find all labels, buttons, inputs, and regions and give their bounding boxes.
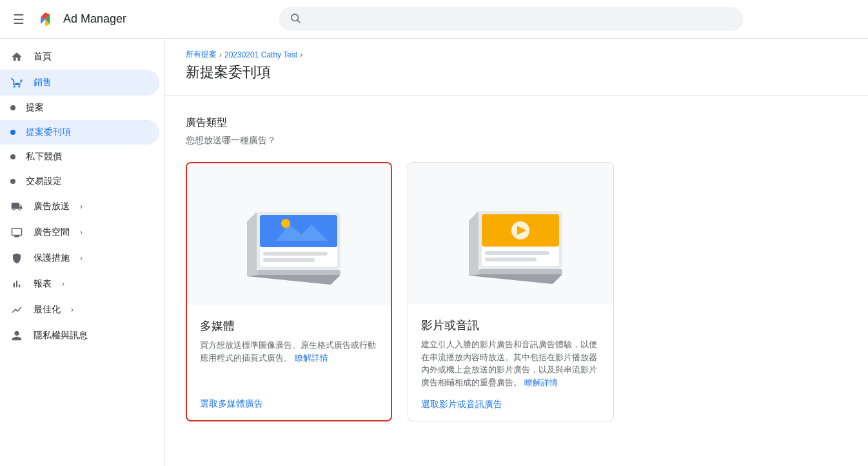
sidebar-ad-space-label: 廣告空間 <box>34 227 70 238</box>
section-title: 廣告類型 <box>186 116 847 130</box>
display-icon <box>10 226 23 239</box>
sidebar-item-deal-settings[interactable]: 交易設定 <box>0 169 159 194</box>
svg-rect-9 <box>257 270 340 275</box>
app-name-label: Ad Manager <box>63 12 126 26</box>
sidebar-optimize-label: 最佳化 <box>34 304 61 316</box>
multimedia-card-body: 多媒體 買方想放送標準圖像廣告、原生格式廣告或行動應用程式的插頁式廣告。 瞭解詳… <box>187 305 391 420</box>
sidebar-ad-delivery-label: 廣告放送 <box>34 201 70 212</box>
video-audio-card-desc: 建立引人入勝的影片廣告和音訊廣告體驗，以便在串流播放內容時放送。其中包括在影片播… <box>421 338 600 389</box>
sidebar-proposals-label: 提案 <box>26 102 44 114</box>
truck-icon <box>10 200 23 213</box>
logo-container: Ad Manager <box>35 8 126 31</box>
sidebar-proposal-items-label: 提案委刊項 <box>26 127 71 138</box>
menu-icon[interactable]: ☰ <box>10 9 27 30</box>
ad-type-cards: 多媒體 買方想放送標準圖像廣告、原生格式廣告或行動應用程式的插頁式廣告。 瞭解詳… <box>186 162 847 421</box>
breadcrumb-all-proposals[interactable]: 所有提案 <box>186 49 217 60</box>
video-audio-desc-text: 建立引人入勝的影片廣告和音訊廣告體驗，以便在串流播放內容時放送。其中包括在影片播… <box>421 339 597 387</box>
page-header: 所有提案 › 20230201 Cathy Test › 新提案委刊項 <box>165 39 868 96</box>
sidebar-reports-label: 報表 <box>34 278 52 290</box>
sidebar-item-proposals[interactable]: 提案 <box>0 96 159 120</box>
breadcrumb-sep1: › <box>219 50 222 59</box>
protection-arrow: › <box>80 254 83 263</box>
sidebar-item-reports[interactable]: 報表 › <box>0 271 159 297</box>
sidebar-sales-label: 銷售 <box>34 77 52 88</box>
multimedia-card-desc: 買方想放送標準圖像廣告、原生格式廣告或行動應用程式的插頁式廣告。 瞭解詳情 <box>200 339 378 388</box>
search-input[interactable] <box>306 14 733 25</box>
video-audio-card[interactable]: 影片或音訊 建立引人入勝的影片廣告和音訊廣告體驗，以便在串流播放內容時放送。其中… <box>408 162 614 421</box>
reports-arrow: › <box>62 279 64 289</box>
sidebar-item-proposal-items[interactable]: 提案委刊項 <box>0 120 159 145</box>
multimedia-card-image <box>187 163 391 305</box>
multimedia-card[interactable]: 多媒體 買方想放送標準圖像廣告、原生格式廣告或行動應用程式的插頁式廣告。 瞭解詳… <box>186 162 392 421</box>
shield-icon <box>10 252 23 265</box>
sidebar-item-sales[interactable]: 銷售 <box>0 70 159 96</box>
sidebar-item-privacy[interactable]: 隱私權與訊息 <box>0 323 159 349</box>
sidebar-home-label: 首頁 <box>34 51 52 63</box>
video-audio-learn-more[interactable]: 瞭解詳情 <box>524 378 558 387</box>
sidebar-protection-label: 保護措施 <box>34 252 70 264</box>
page-title: 新提案委刊項 <box>186 63 847 82</box>
video-audio-card-title: 影片或音訊 <box>421 318 600 333</box>
sidebar-privacy-label: 隱私權與訊息 <box>34 330 88 341</box>
deal-settings-dot <box>10 179 15 184</box>
breadcrumb: 所有提案 › 20230201 Cathy Test › <box>186 49 847 60</box>
sidebar-item-ad-space[interactable]: 廣告空間 › <box>0 219 159 245</box>
topbar-left: ☰ Ad Manager <box>10 8 165 31</box>
sidebar-item-optimize[interactable]: 最佳化 › <box>0 297 159 323</box>
svg-rect-7 <box>263 252 328 256</box>
sidebar-deal-settings-label: 交易設定 <box>26 176 62 187</box>
multimedia-cta[interactable]: 選取多媒體廣告 <box>200 398 378 410</box>
person-icon <box>10 329 23 342</box>
video-audio-cta[interactable]: 選取影片或音訊廣告 <box>421 399 600 410</box>
line-chart-icon <box>10 303 23 316</box>
sidebar-item-ad-delivery[interactable]: 廣告放送 › <box>0 194 159 219</box>
main-layout: 首頁 銷售 提案 提案委刊項 私下競價 交易設定 <box>0 39 868 466</box>
sidebar-item-home[interactable]: 首頁 <box>0 44 159 70</box>
proposals-dot <box>10 105 15 110</box>
sidebar-item-private-auction[interactable]: 私下競價 <box>0 145 159 169</box>
svg-rect-17 <box>478 269 562 274</box>
section-subtitle: 您想放送哪一種廣告？ <box>186 135 847 147</box>
breadcrumb-proposal-name[interactable]: 20230201 Cathy Test <box>224 50 297 59</box>
ad-space-arrow: › <box>80 228 83 237</box>
sidebar: 首頁 銷售 提案 提案委刊項 私下競價 交易設定 <box>0 39 165 466</box>
svg-point-0 <box>291 14 299 21</box>
cart-icon <box>10 76 23 89</box>
topbar: ☰ Ad Manager <box>0 0 868 39</box>
content-body: 廣告類型 您想放送哪一種廣告？ <box>165 96 868 442</box>
svg-rect-15 <box>485 251 549 255</box>
sidebar-item-protection[interactable]: 保護措施 › <box>0 245 159 271</box>
private-auction-dot <box>10 154 15 159</box>
video-audio-card-image <box>408 163 613 305</box>
multimedia-card-title: 多媒體 <box>200 318 378 334</box>
home-icon <box>10 50 23 63</box>
sidebar-private-auction-label: 私下競價 <box>26 151 62 163</box>
search-bar <box>279 7 744 31</box>
proposal-items-dot <box>10 130 15 135</box>
svg-rect-16 <box>485 258 537 261</box>
multimedia-learn-more[interactable]: 瞭解詳情 <box>295 353 328 363</box>
breadcrumb-sep2: › <box>300 50 302 59</box>
multimedia-desc-text: 買方想放送標準圖像廣告、原生格式廣告或行動應用程式的插頁式廣告。 <box>200 340 376 363</box>
search-input-wrapper[interactable] <box>279 7 744 31</box>
bar-chart-icon <box>10 278 23 290</box>
search-icon <box>290 12 301 26</box>
ad-delivery-arrow: › <box>80 202 83 211</box>
svg-rect-8 <box>263 258 315 262</box>
svg-point-6 <box>281 219 290 228</box>
optimize-arrow: › <box>71 305 74 314</box>
app-logo <box>35 8 58 31</box>
content-area: 所有提案 › 20230201 Cathy Test › 新提案委刊項 廣告類型… <box>165 39 868 466</box>
svg-line-1 <box>297 20 300 23</box>
video-audio-card-body: 影片或音訊 建立引人入勝的影片廣告和音訊廣告體驗，以便在串流播放內容時放送。其中… <box>408 305 613 421</box>
svg-rect-4 <box>260 215 337 247</box>
